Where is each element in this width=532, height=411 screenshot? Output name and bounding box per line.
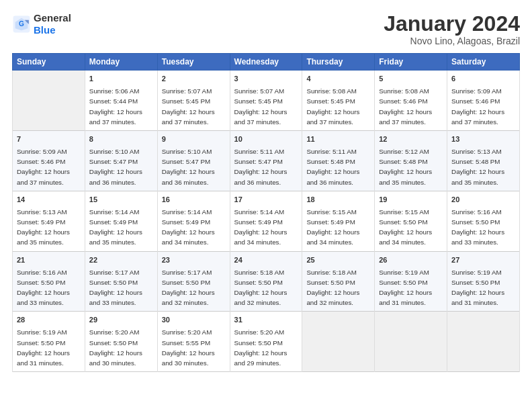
calendar-cell: 12Sunrise: 5:12 AMSunset: 5:48 PMDayligh… [375, 131, 447, 191]
calendar-cell: 20Sunrise: 5:16 AMSunset: 5:50 PMDayligh… [447, 191, 520, 251]
day-number: 9 [162, 134, 226, 145]
day-number: 2 [162, 74, 226, 85]
calendar-cell: 10Sunrise: 5:11 AMSunset: 5:47 PMDayligh… [230, 131, 302, 191]
weekday-header: Friday [375, 54, 447, 71]
calendar-cell: 29Sunrise: 5:20 AMSunset: 5:50 PMDayligh… [85, 312, 157, 372]
month-title: January 2024 [384, 12, 520, 36]
day-info: Sunrise: 5:18 AMSunset: 5:50 PMDaylight:… [306, 269, 359, 307]
weekday-header: Tuesday [157, 54, 230, 71]
day-number: 11 [306, 134, 370, 145]
calendar-cell [302, 312, 375, 372]
day-info: Sunrise: 5:20 AMSunset: 5:55 PMDaylight:… [162, 328, 215, 367]
location: Novo Lino, Alagoas, Brazil [384, 36, 520, 46]
calendar-cell: 2Sunrise: 5:07 AMSunset: 5:45 PMDaylight… [157, 71, 230, 131]
day-number: 18 [306, 195, 370, 205]
calendar-cell: 6Sunrise: 5:09 AMSunset: 5:46 PMDaylight… [447, 71, 520, 131]
day-number: 19 [379, 195, 443, 205]
day-info: Sunrise: 5:08 AMSunset: 5:45 PMDaylight:… [306, 87, 359, 126]
calendar-cell: 1Sunrise: 5:06 AMSunset: 5:44 PMDaylight… [85, 71, 157, 131]
day-number: 21 [17, 255, 81, 266]
calendar-cell: 19Sunrise: 5:15 AMSunset: 5:50 PMDayligh… [375, 191, 447, 251]
logo-text: General Blue [34, 12, 71, 36]
logo-general: General [34, 12, 71, 24]
day-number: 29 [89, 315, 153, 326]
calendar-week-row: 28Sunrise: 5:19 AMSunset: 5:50 PMDayligh… [13, 312, 520, 372]
day-info: Sunrise: 5:14 AMSunset: 5:49 PMDaylight:… [234, 208, 287, 246]
day-number: 3 [234, 74, 298, 85]
day-number: 14 [17, 195, 81, 205]
day-number: 1 [89, 74, 153, 85]
day-info: Sunrise: 5:09 AMSunset: 5:46 PMDaylight:… [17, 148, 70, 186]
day-number: 4 [306, 74, 370, 85]
day-number: 28 [17, 315, 81, 326]
logo: G General Blue [12, 12, 71, 36]
calendar-cell: 23Sunrise: 5:17 AMSunset: 5:50 PMDayligh… [157, 251, 230, 312]
calendar-cell: 31Sunrise: 5:20 AMSunset: 5:50 PMDayligh… [230, 312, 302, 372]
weekday-header: Wednesday [230, 54, 302, 71]
day-info: Sunrise: 5:15 AMSunset: 5:49 PMDaylight:… [306, 208, 359, 246]
weekday-header: Saturday [447, 54, 520, 71]
weekday-header-row: SundayMondayTuesdayWednesdayThursdayFrid… [13, 54, 520, 71]
calendar-week-row: 14Sunrise: 5:13 AMSunset: 5:49 PMDayligh… [13, 191, 520, 251]
logo-blue: Blue [34, 24, 56, 36]
calendar-cell: 7Sunrise: 5:09 AMSunset: 5:46 PMDaylight… [13, 131, 85, 191]
day-number: 12 [379, 134, 443, 145]
day-info: Sunrise: 5:07 AMSunset: 5:45 PMDaylight:… [234, 87, 287, 126]
day-number: 6 [451, 74, 515, 85]
day-number: 24 [234, 255, 298, 266]
day-info: Sunrise: 5:13 AMSunset: 5:48 PMDaylight:… [451, 148, 504, 186]
day-info: Sunrise: 5:19 AMSunset: 5:50 PMDaylight:… [379, 269, 432, 307]
calendar-cell: 17Sunrise: 5:14 AMSunset: 5:49 PMDayligh… [230, 191, 302, 251]
calendar-cell: 30Sunrise: 5:20 AMSunset: 5:55 PMDayligh… [157, 312, 230, 372]
day-info: Sunrise: 5:14 AMSunset: 5:49 PMDaylight:… [162, 208, 215, 246]
day-info: Sunrise: 5:12 AMSunset: 5:48 PMDaylight:… [379, 148, 432, 186]
calendar-cell [447, 312, 520, 372]
calendar-cell: 9Sunrise: 5:10 AMSunset: 5:47 PMDaylight… [157, 131, 230, 191]
calendar-cell: 5Sunrise: 5:08 AMSunset: 5:46 PMDaylight… [375, 71, 447, 131]
logo-icon: G [12, 15, 31, 34]
day-number: 27 [451, 255, 515, 266]
day-number: 26 [379, 255, 443, 266]
day-info: Sunrise: 5:06 AMSunset: 5:44 PMDaylight:… [89, 87, 142, 126]
day-info: Sunrise: 5:18 AMSunset: 5:50 PMDaylight:… [234, 269, 287, 307]
day-info: Sunrise: 5:11 AMSunset: 5:47 PMDaylight:… [234, 148, 287, 186]
day-number: 15 [89, 195, 153, 205]
calendar-cell: 24Sunrise: 5:18 AMSunset: 5:50 PMDayligh… [230, 251, 302, 312]
svg-text:G: G [19, 20, 24, 28]
day-number: 23 [162, 255, 226, 266]
calendar-cell: 4Sunrise: 5:08 AMSunset: 5:45 PMDaylight… [302, 71, 375, 131]
day-number: 5 [379, 74, 443, 85]
calendar-week-row: 1Sunrise: 5:06 AMSunset: 5:44 PMDaylight… [13, 71, 520, 131]
calendar-cell: 15Sunrise: 5:14 AMSunset: 5:49 PMDayligh… [85, 191, 157, 251]
day-number: 16 [162, 195, 226, 205]
day-info: Sunrise: 5:16 AMSunset: 5:50 PMDaylight:… [17, 269, 70, 307]
day-number: 22 [89, 255, 153, 266]
weekday-header: Sunday [13, 54, 85, 71]
calendar-cell: 22Sunrise: 5:17 AMSunset: 5:50 PMDayligh… [85, 251, 157, 312]
day-info: Sunrise: 5:19 AMSunset: 5:50 PMDaylight:… [451, 269, 504, 307]
day-info: Sunrise: 5:11 AMSunset: 5:48 PMDaylight:… [306, 148, 359, 186]
day-number: 25 [306, 255, 370, 266]
page: G General Blue January 2024 Novo Lino, A… [0, 0, 532, 411]
calendar-cell: 16Sunrise: 5:14 AMSunset: 5:49 PMDayligh… [157, 191, 230, 251]
day-number: 31 [234, 315, 298, 326]
day-number: 10 [234, 134, 298, 145]
day-info: Sunrise: 5:20 AMSunset: 5:50 PMDaylight:… [234, 328, 287, 367]
calendar-cell: 18Sunrise: 5:15 AMSunset: 5:49 PMDayligh… [302, 191, 375, 251]
header: G General Blue January 2024 Novo Lino, A… [12, 12, 520, 46]
calendar-cell: 25Sunrise: 5:18 AMSunset: 5:50 PMDayligh… [302, 251, 375, 312]
calendar-table: SundayMondayTuesdayWednesdayThursdayFrid… [12, 53, 520, 372]
day-number: 17 [234, 195, 298, 205]
weekday-header: Thursday [302, 54, 375, 71]
day-info: Sunrise: 5:09 AMSunset: 5:46 PMDaylight:… [451, 87, 504, 126]
weekday-header: Monday [85, 54, 157, 71]
day-info: Sunrise: 5:16 AMSunset: 5:50 PMDaylight:… [451, 208, 504, 246]
day-info: Sunrise: 5:17 AMSunset: 5:50 PMDaylight:… [162, 269, 215, 307]
calendar-cell: 8Sunrise: 5:10 AMSunset: 5:47 PMDaylight… [85, 131, 157, 191]
day-info: Sunrise: 5:10 AMSunset: 5:47 PMDaylight:… [162, 148, 215, 186]
day-info: Sunrise: 5:13 AMSunset: 5:49 PMDaylight:… [17, 208, 70, 246]
calendar-cell: 26Sunrise: 5:19 AMSunset: 5:50 PMDayligh… [375, 251, 447, 312]
calendar-cell: 28Sunrise: 5:19 AMSunset: 5:50 PMDayligh… [13, 312, 85, 372]
day-info: Sunrise: 5:19 AMSunset: 5:50 PMDaylight:… [17, 328, 70, 367]
day-number: 13 [451, 134, 515, 145]
